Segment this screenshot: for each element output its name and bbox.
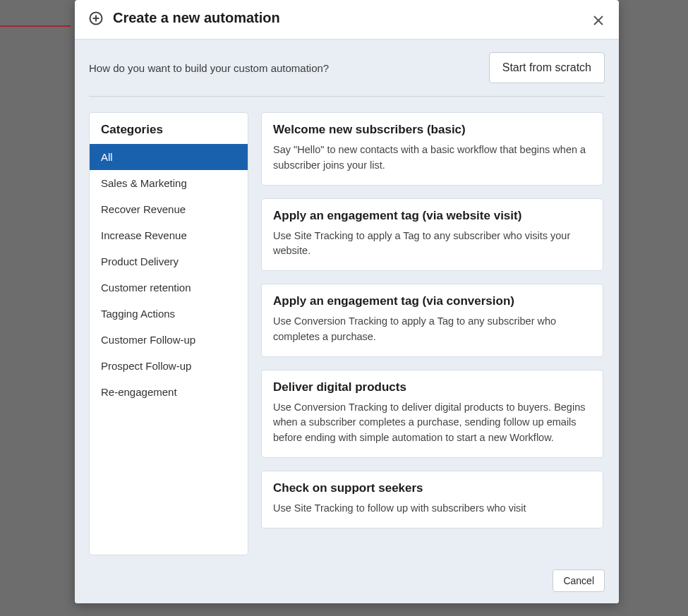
template-description: Use Site Tracking to apply a Tag to any … (273, 229, 591, 260)
templates-scroll-area[interactable]: Welcome new subscribers (basic)Say "Hell… (261, 112, 605, 555)
template-card[interactable]: Check on support seekersUse Site Trackin… (261, 471, 603, 529)
template-title: Welcome new subscribers (basic) (273, 123, 591, 137)
start-from-scratch-button[interactable]: Start from scratch (489, 52, 605, 83)
create-automation-modal: Create a new automation How do you want … (75, 0, 619, 603)
category-item[interactable]: Increase Revenue (90, 222, 248, 248)
template-title: Apply an engagement tag (via website vis… (273, 209, 591, 223)
template-description: Use Conversion Tracking to deliver digit… (273, 400, 591, 446)
template-card[interactable]: Deliver digital productsUse Conversion T… (261, 370, 603, 458)
template-title: Apply an engagement tag (via conversion) (273, 294, 591, 308)
prompt-text: How do you want to build your custom aut… (89, 62, 329, 74)
template-title: Check on support seekers (273, 481, 591, 495)
template-description: Use Conversion Tracking to apply a Tag t… (273, 314, 591, 345)
category-item[interactable]: Prospect Follow-up (90, 353, 248, 379)
template-card[interactable]: Welcome new subscribers (basic)Say "Hell… (261, 112, 603, 186)
category-item[interactable]: Recover Revenue (90, 196, 248, 222)
template-card[interactable]: Apply an engagement tag (via website vis… (261, 198, 603, 272)
template-description: Say "Hello" to new contacts with a basic… (273, 143, 591, 174)
close-button[interactable] (591, 13, 606, 28)
modal-body: Categories AllSales & MarketingRecover R… (75, 96, 619, 560)
modal-footer: Cancel (75, 560, 619, 603)
content-row: Categories AllSales & MarketingRecover R… (89, 112, 605, 560)
template-description: Use Site Tracking to follow up with subs… (273, 501, 591, 517)
template-title: Deliver digital products (273, 380, 591, 394)
modal-header: Create a new automation (75, 0, 619, 39)
category-item[interactable]: Re-engagement (90, 379, 248, 405)
cancel-button[interactable]: Cancel (553, 569, 605, 592)
category-item[interactable]: Tagging Actions (90, 301, 248, 327)
categories-panel: Categories AllSales & MarketingRecover R… (89, 112, 248, 555)
category-item[interactable]: Customer retention (90, 274, 248, 301)
template-card[interactable]: Apply an engagement tag (via conversion)… (261, 284, 603, 357)
modal-prompt-row: How do you want to build your custom aut… (75, 39, 619, 96)
category-item[interactable]: Product Delivery (90, 248, 248, 274)
category-item[interactable]: Sales & Marketing (90, 170, 248, 196)
modal-title: Create a new automation (113, 10, 280, 26)
plus-circle-icon (89, 11, 103, 25)
background-accent-line (0, 25, 71, 27)
categories-title: Categories (90, 123, 248, 144)
category-item[interactable]: Customer Follow-up (90, 327, 248, 353)
divider (89, 96, 605, 97)
category-item[interactable]: All (90, 144, 248, 170)
